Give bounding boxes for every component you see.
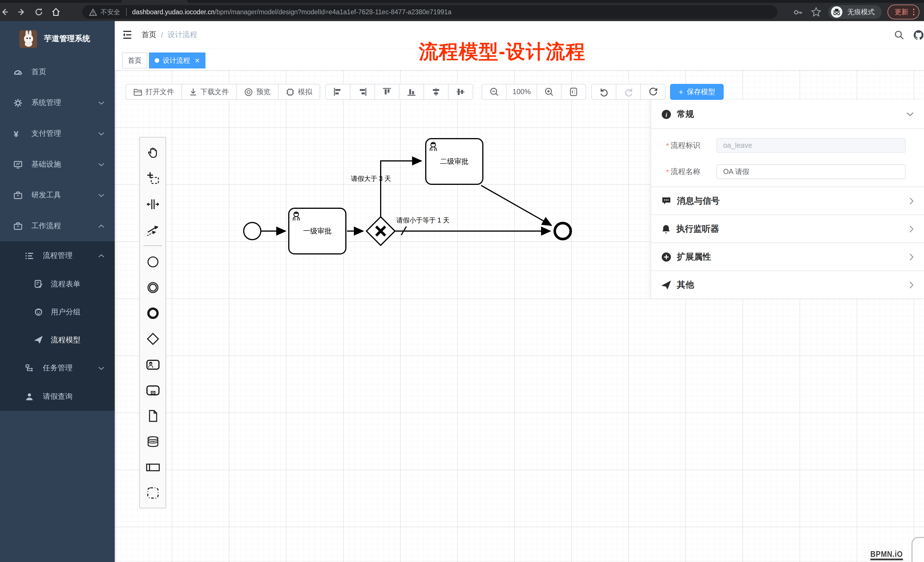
sidebar-item-infrastructure[interactable]: 基础设施: [0, 149, 115, 180]
corner-card: [912, 537, 924, 562]
breadcrumb-home[interactable]: 首页: [141, 30, 156, 40]
update-label[interactable]: 更新: [895, 7, 908, 17]
hamburger-icon[interactable]: [122, 30, 132, 40]
align-left-icon[interactable]: [326, 84, 350, 99]
browser-menu-icon[interactable]: [913, 8, 914, 16]
security-label[interactable]: 不安全: [100, 8, 120, 16]
create-gateway[interactable]: [140, 326, 165, 351]
download-icon: [189, 88, 197, 96]
user-task-node-2[interactable]: 二级审批: [426, 139, 483, 184]
end-event-node[interactable]: [555, 223, 571, 239]
data-object-icon: [145, 408, 160, 423]
bpmn-io-watermark[interactable]: BPMN.iO: [870, 549, 903, 560]
process-key-label: 流程标识: [670, 140, 712, 151]
create-user-task[interactable]: [140, 351, 165, 377]
create-data-object[interactable]: [140, 403, 165, 429]
create-start-event[interactable]: [140, 249, 165, 274]
download-file-button[interactable]: 下载文件: [182, 84, 236, 99]
zoom-in-icon[interactable]: [537, 84, 561, 99]
message-icon: [662, 196, 671, 205]
user-task-node-1[interactable]: 一级审批: [289, 208, 346, 254]
chevron-down-icon: [98, 366, 105, 370]
url-bar[interactable]: 不安全 dashboard.yudao.iocoder.cn/bpm/manag…: [82, 5, 777, 19]
save-model-button[interactable]: + 保存模型: [670, 84, 724, 100]
sidebar-item-home[interactable]: 首页: [0, 57, 115, 87]
simulate-button[interactable]: 模拟: [278, 84, 320, 99]
sidebar-item-workflow[interactable]: 工作流程: [0, 211, 115, 241]
active-dot: [154, 58, 159, 63]
sidebar-item-user-group[interactable]: 用户分组: [0, 298, 115, 326]
chevron-right-icon: [909, 197, 914, 205]
align-bottom-icon[interactable]: [399, 84, 423, 99]
create-participant[interactable]: [140, 454, 165, 480]
sidebar-item-process-manage[interactable]: 流程管理: [0, 241, 115, 270]
zoom-out-icon[interactable]: [482, 84, 506, 99]
app-logo[interactable]: 芋道管理系统: [0, 21, 115, 57]
undo-icon[interactable]: [592, 84, 616, 99]
search-icon[interactable]: [894, 21, 904, 48]
create-end-event[interactable]: [140, 300, 165, 326]
logo-image: [20, 30, 37, 48]
yen-icon: ¥: [14, 129, 22, 138]
sidebar-item-leave-query[interactable]: 请假查询: [0, 382, 115, 411]
bpmn-palette: [139, 137, 166, 508]
section-other[interactable]: 其他: [651, 271, 924, 299]
back-icon[interactable]: [0, 7, 17, 16]
restart-icon[interactable]: [640, 84, 665, 99]
sidebar-item-process-model[interactable]: 流程模型: [0, 326, 115, 354]
section-extended-attributes[interactable]: 扩展属性: [651, 243, 924, 271]
hand-tool[interactable]: [140, 140, 165, 165]
breadcrumb-current: 设计流程: [168, 30, 197, 40]
home-icon[interactable]: [51, 7, 69, 16]
flow-label-lte1[interactable]: 请假小于等于 1 天: [396, 217, 450, 224]
align-center-h-icon[interactable]: [423, 84, 448, 99]
section-message-signal[interactable]: 消息与信号: [651, 187, 924, 215]
exclusive-gateway-node[interactable]: [366, 217, 395, 245]
close-icon[interactable]: ✕: [195, 57, 200, 64]
process-name-input[interactable]: [716, 164, 906, 179]
gear-icon: [14, 99, 22, 107]
sidebar-item-task-manage[interactable]: 任务管理: [0, 354, 115, 382]
redo-icon[interactable]: [616, 84, 640, 99]
section-execution-listener[interactable]: 执行监听器: [651, 215, 924, 243]
tree-icon: [25, 364, 34, 372]
github-icon[interactable]: [913, 21, 924, 48]
process-key-input[interactable]: [716, 138, 906, 153]
align-center-v-icon[interactable]: [448, 84, 472, 99]
tab-home[interactable]: 首页: [122, 52, 147, 69]
flow-task2-to-end[interactable]: [481, 186, 551, 225]
lasso-tool[interactable]: [140, 165, 165, 191]
preview-button[interactable]: 预览: [236, 84, 278, 99]
create-subprocess[interactable]: [140, 377, 165, 403]
flow-label-gt3[interactable]: 请假大于 3 天: [351, 175, 391, 182]
bookmark-star-icon[interactable]: [811, 7, 821, 17]
align-right-icon[interactable]: [350, 84, 374, 99]
flow-gateway-to-task2[interactable]: [381, 161, 421, 217]
update-button[interactable]: 更新: [887, 4, 920, 19]
space-icon: [145, 196, 160, 211]
general-section-header[interactable]: i 常规: [651, 100, 924, 129]
connection-icon: [145, 222, 160, 237]
create-group[interactable]: [140, 480, 165, 505]
start-event-node[interactable]: [244, 223, 261, 240]
sidebar-item-system[interactable]: 系统管理: [0, 87, 115, 118]
sidebar-item-payment[interactable]: ¥ 支付管理: [0, 118, 115, 149]
fit-viewport-icon[interactable]: [561, 84, 585, 99]
reload-icon[interactable]: [34, 7, 51, 16]
tab-design-process[interactable]: 设计流程 ✕: [149, 52, 206, 69]
group-icon: [34, 307, 43, 316]
space-tool[interactable]: [140, 191, 165, 217]
create-data-store[interactable]: [140, 429, 165, 454]
sidebar-item-process-form[interactable]: 流程表单: [0, 270, 115, 298]
open-file-button[interactable]: 打开文件: [126, 84, 182, 99]
lasso-icon: [145, 171, 160, 186]
sidebar-item-devtools[interactable]: 研发工具: [0, 180, 115, 211]
key-icon[interactable]: [793, 7, 803, 17]
incognito-badge: 无痕模式: [828, 5, 882, 19]
task1-label: 一级审批: [303, 227, 332, 235]
create-intermediate-event[interactable]: [140, 274, 165, 300]
task2-label: 二级审批: [440, 157, 469, 165]
align-top-icon[interactable]: [374, 84, 399, 99]
forward-icon[interactable]: [17, 7, 34, 16]
global-connect-tool[interactable]: [140, 217, 165, 243]
